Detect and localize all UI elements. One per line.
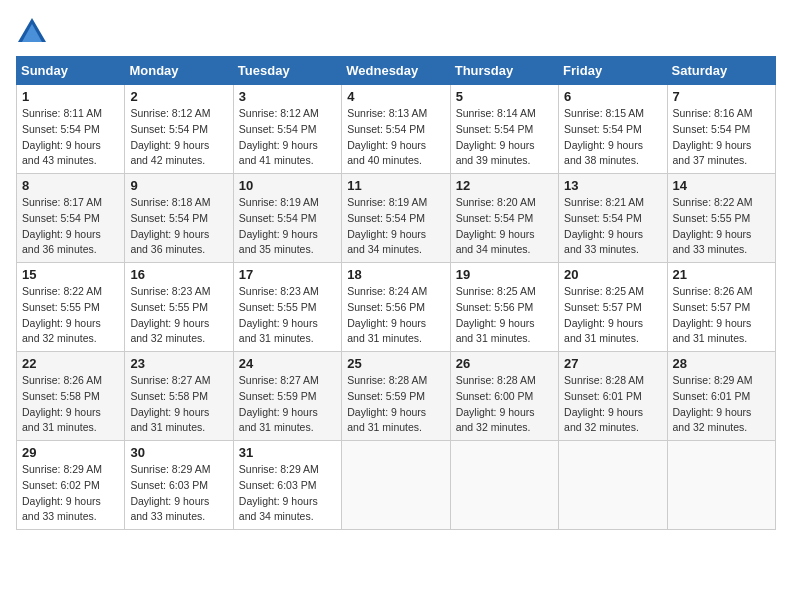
day-number: 1 [22, 89, 119, 104]
day-info: Sunrise: 8:13 AMSunset: 5:54 PMDaylight:… [347, 107, 427, 166]
day-number: 24 [239, 356, 336, 371]
calendar-cell: 2 Sunrise: 8:12 AMSunset: 5:54 PMDayligh… [125, 85, 233, 174]
day-info: Sunrise: 8:16 AMSunset: 5:54 PMDaylight:… [673, 107, 753, 166]
calendar-cell: 27 Sunrise: 8:28 AMSunset: 6:01 PMDaylig… [559, 352, 667, 441]
header-day-saturday: Saturday [667, 57, 775, 85]
day-info: Sunrise: 8:19 AMSunset: 5:54 PMDaylight:… [239, 196, 319, 255]
day-info: Sunrise: 8:15 AMSunset: 5:54 PMDaylight:… [564, 107, 644, 166]
day-number: 22 [22, 356, 119, 371]
calendar-cell [559, 441, 667, 530]
day-number: 3 [239, 89, 336, 104]
calendar-cell: 23 Sunrise: 8:27 AMSunset: 5:58 PMDaylig… [125, 352, 233, 441]
day-number: 11 [347, 178, 444, 193]
day-number: 30 [130, 445, 227, 460]
day-number: 16 [130, 267, 227, 282]
calendar-cell: 16 Sunrise: 8:23 AMSunset: 5:55 PMDaylig… [125, 263, 233, 352]
calendar-cell: 8 Sunrise: 8:17 AMSunset: 5:54 PMDayligh… [17, 174, 125, 263]
calendar-cell: 5 Sunrise: 8:14 AMSunset: 5:54 PMDayligh… [450, 85, 558, 174]
calendar-cell: 4 Sunrise: 8:13 AMSunset: 5:54 PMDayligh… [342, 85, 450, 174]
day-info: Sunrise: 8:14 AMSunset: 5:54 PMDaylight:… [456, 107, 536, 166]
header-day-wednesday: Wednesday [342, 57, 450, 85]
header-day-thursday: Thursday [450, 57, 558, 85]
day-info: Sunrise: 8:25 AMSunset: 5:57 PMDaylight:… [564, 285, 644, 344]
day-info: Sunrise: 8:28 AMSunset: 6:00 PMDaylight:… [456, 374, 536, 433]
day-number: 23 [130, 356, 227, 371]
day-number: 2 [130, 89, 227, 104]
day-number: 14 [673, 178, 770, 193]
calendar-body: 1 Sunrise: 8:11 AMSunset: 5:54 PMDayligh… [17, 85, 776, 530]
day-number: 27 [564, 356, 661, 371]
calendar-cell [667, 441, 775, 530]
day-number: 6 [564, 89, 661, 104]
calendar-cell: 26 Sunrise: 8:28 AMSunset: 6:00 PMDaylig… [450, 352, 558, 441]
day-number: 8 [22, 178, 119, 193]
header-day-monday: Monday [125, 57, 233, 85]
day-number: 17 [239, 267, 336, 282]
calendar-cell: 19 Sunrise: 8:25 AMSunset: 5:56 PMDaylig… [450, 263, 558, 352]
day-info: Sunrise: 8:28 AMSunset: 5:59 PMDaylight:… [347, 374, 427, 433]
day-number: 19 [456, 267, 553, 282]
week-row-5: 29 Sunrise: 8:29 AMSunset: 6:02 PMDaylig… [17, 441, 776, 530]
day-number: 9 [130, 178, 227, 193]
day-number: 20 [564, 267, 661, 282]
calendar-cell [450, 441, 558, 530]
day-info: Sunrise: 8:12 AMSunset: 5:54 PMDaylight:… [130, 107, 210, 166]
day-info: Sunrise: 8:27 AMSunset: 5:58 PMDaylight:… [130, 374, 210, 433]
day-info: Sunrise: 8:19 AMSunset: 5:54 PMDaylight:… [347, 196, 427, 255]
day-number: 13 [564, 178, 661, 193]
day-info: Sunrise: 8:25 AMSunset: 5:56 PMDaylight:… [456, 285, 536, 344]
calendar-cell: 12 Sunrise: 8:20 AMSunset: 5:54 PMDaylig… [450, 174, 558, 263]
calendar-cell: 21 Sunrise: 8:26 AMSunset: 5:57 PMDaylig… [667, 263, 775, 352]
day-number: 5 [456, 89, 553, 104]
day-number: 31 [239, 445, 336, 460]
calendar-cell: 24 Sunrise: 8:27 AMSunset: 5:59 PMDaylig… [233, 352, 341, 441]
calendar-cell: 29 Sunrise: 8:29 AMSunset: 6:02 PMDaylig… [17, 441, 125, 530]
day-info: Sunrise: 8:29 AMSunset: 6:03 PMDaylight:… [130, 463, 210, 522]
header [16, 16, 776, 44]
week-row-1: 1 Sunrise: 8:11 AMSunset: 5:54 PMDayligh… [17, 85, 776, 174]
day-info: Sunrise: 8:22 AMSunset: 5:55 PMDaylight:… [673, 196, 753, 255]
day-info: Sunrise: 8:21 AMSunset: 5:54 PMDaylight:… [564, 196, 644, 255]
day-info: Sunrise: 8:29 AMSunset: 6:03 PMDaylight:… [239, 463, 319, 522]
day-number: 10 [239, 178, 336, 193]
calendar-table: SundayMondayTuesdayWednesdayThursdayFrid… [16, 56, 776, 530]
day-info: Sunrise: 8:23 AMSunset: 5:55 PMDaylight:… [239, 285, 319, 344]
day-info: Sunrise: 8:26 AMSunset: 5:58 PMDaylight:… [22, 374, 102, 433]
calendar-cell: 9 Sunrise: 8:18 AMSunset: 5:54 PMDayligh… [125, 174, 233, 263]
day-number: 26 [456, 356, 553, 371]
day-number: 28 [673, 356, 770, 371]
logo [16, 16, 52, 44]
day-info: Sunrise: 8:17 AMSunset: 5:54 PMDaylight:… [22, 196, 102, 255]
logo-icon [16, 16, 48, 44]
day-info: Sunrise: 8:18 AMSunset: 5:54 PMDaylight:… [130, 196, 210, 255]
day-number: 29 [22, 445, 119, 460]
day-info: Sunrise: 8:28 AMSunset: 6:01 PMDaylight:… [564, 374, 644, 433]
day-info: Sunrise: 8:12 AMSunset: 5:54 PMDaylight:… [239, 107, 319, 166]
day-number: 18 [347, 267, 444, 282]
calendar-header: SundayMondayTuesdayWednesdayThursdayFrid… [17, 57, 776, 85]
calendar-cell: 3 Sunrise: 8:12 AMSunset: 5:54 PMDayligh… [233, 85, 341, 174]
header-day-friday: Friday [559, 57, 667, 85]
day-info: Sunrise: 8:29 AMSunset: 6:01 PMDaylight:… [673, 374, 753, 433]
calendar-cell: 18 Sunrise: 8:24 AMSunset: 5:56 PMDaylig… [342, 263, 450, 352]
calendar-cell: 7 Sunrise: 8:16 AMSunset: 5:54 PMDayligh… [667, 85, 775, 174]
calendar-cell: 28 Sunrise: 8:29 AMSunset: 6:01 PMDaylig… [667, 352, 775, 441]
day-number: 7 [673, 89, 770, 104]
day-info: Sunrise: 8:20 AMSunset: 5:54 PMDaylight:… [456, 196, 536, 255]
day-number: 25 [347, 356, 444, 371]
day-number: 4 [347, 89, 444, 104]
day-info: Sunrise: 8:23 AMSunset: 5:55 PMDaylight:… [130, 285, 210, 344]
header-day-tuesday: Tuesday [233, 57, 341, 85]
calendar-cell: 6 Sunrise: 8:15 AMSunset: 5:54 PMDayligh… [559, 85, 667, 174]
day-number: 21 [673, 267, 770, 282]
day-info: Sunrise: 8:26 AMSunset: 5:57 PMDaylight:… [673, 285, 753, 344]
day-info: Sunrise: 8:27 AMSunset: 5:59 PMDaylight:… [239, 374, 319, 433]
day-info: Sunrise: 8:24 AMSunset: 5:56 PMDaylight:… [347, 285, 427, 344]
calendar-cell: 14 Sunrise: 8:22 AMSunset: 5:55 PMDaylig… [667, 174, 775, 263]
calendar-cell: 13 Sunrise: 8:21 AMSunset: 5:54 PMDaylig… [559, 174, 667, 263]
calendar-cell: 25 Sunrise: 8:28 AMSunset: 5:59 PMDaylig… [342, 352, 450, 441]
day-info: Sunrise: 8:29 AMSunset: 6:02 PMDaylight:… [22, 463, 102, 522]
week-row-2: 8 Sunrise: 8:17 AMSunset: 5:54 PMDayligh… [17, 174, 776, 263]
calendar-cell: 10 Sunrise: 8:19 AMSunset: 5:54 PMDaylig… [233, 174, 341, 263]
day-number: 15 [22, 267, 119, 282]
